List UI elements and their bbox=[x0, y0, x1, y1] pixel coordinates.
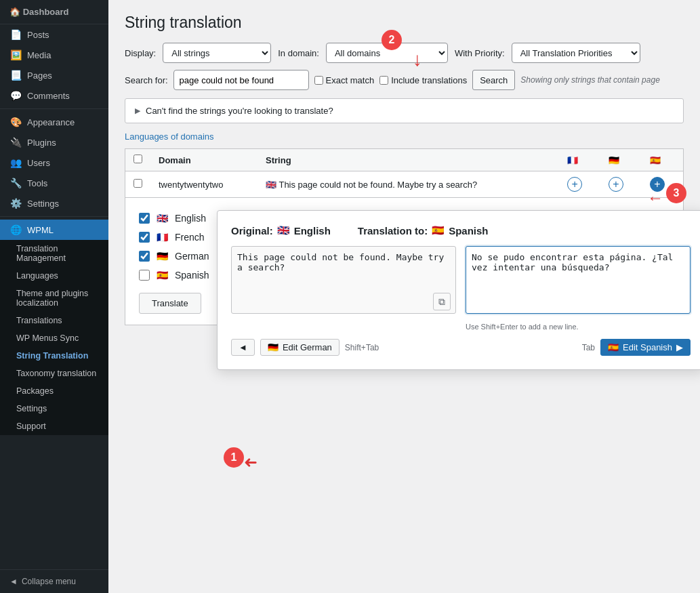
collapse-menu-button[interactable]: ◄ Collapse menu bbox=[0, 569, 108, 593]
copy-button[interactable]: ⧉ bbox=[433, 293, 451, 310]
lang-checkbox-french[interactable] bbox=[139, 232, 150, 243]
annotation-circle-2: 2 bbox=[382, 30, 402, 50]
sidebar-item-support[interactable]: Support bbox=[0, 417, 108, 435]
string-flag: 🇬🇧 bbox=[266, 180, 276, 190]
languages-of-domains-link[interactable]: Languages of domains bbox=[125, 131, 214, 142]
annotation-circle-1: 1 bbox=[224, 447, 244, 468]
annotation-arrow-2: ↓ bbox=[413, 49, 422, 70]
showing-text: Showing only strings that contain page bbox=[520, 75, 659, 85]
sidebar-item-tools[interactable]: 🔧 Tools bbox=[0, 173, 108, 193]
search-label: Search for: bbox=[125, 75, 168, 85]
translation-lang-flag: 🇪🇸 bbox=[432, 224, 445, 237]
accordion-bar[interactable]: ▶ Can't find the strings you're looking … bbox=[125, 98, 684, 123]
priority-select[interactable]: All Translation Priorities bbox=[512, 43, 640, 63]
popup-nav-left: ◄ 🇩🇪 Edit German Shift+Tab bbox=[231, 339, 379, 356]
sidebar-item-wpml[interactable]: 🌐 WPML bbox=[0, 220, 108, 240]
spanish-flag-btn: 🇪🇸 bbox=[608, 342, 619, 352]
popup-nav: ◄ 🇩🇪 Edit German Shift+Tab Tab 🇪🇸 Edit S… bbox=[231, 339, 691, 356]
edit-spanish-button[interactable]: 🇪🇸 Edit Spanish ▶ bbox=[600, 339, 691, 356]
include-translations-checkbox[interactable] bbox=[379, 76, 388, 85]
left-shortcut: Shift+Tab bbox=[345, 343, 379, 352]
search-button[interactable]: Search bbox=[472, 70, 515, 90]
sidebar-item-posts[interactable]: 📄 Posts bbox=[0, 24, 108, 45]
shift-hint: Use Shift+Enter to add a new line. bbox=[466, 323, 691, 331]
sidebar-item-users[interactable]: 👥 Users bbox=[0, 152, 108, 173]
indomain-label: In domain: bbox=[278, 48, 319, 58]
chevron-right-icon: ▶ bbox=[135, 106, 140, 115]
wpml-icon: 🌐 bbox=[9, 224, 22, 235]
translation-textarea[interactable] bbox=[466, 246, 691, 314]
annotation-circle-3: 3 bbox=[666, 183, 686, 203]
lang-checkbox-english[interactable] bbox=[139, 213, 150, 224]
original-panel: ⧉ bbox=[231, 246, 456, 316]
sidebar-item-wp-menus-sync[interactable]: WP Menus Sync bbox=[0, 329, 108, 347]
prev-button[interactable]: ◄ bbox=[231, 339, 255, 356]
select-all-checkbox[interactable] bbox=[133, 155, 142, 163]
right-shortcut: Tab bbox=[582, 343, 595, 352]
popup-header: Original: 🇬🇧 English Translation to: 🇪🇸 … bbox=[231, 224, 691, 237]
lang-label-spanish: Spanish bbox=[175, 270, 209, 281]
display-label: Display: bbox=[125, 48, 156, 58]
translation-header: Translation to: 🇪🇸 Spanish bbox=[358, 224, 489, 237]
annotation-arrow-3: ← bbox=[647, 188, 663, 207]
posts-icon: 📄 bbox=[9, 29, 22, 40]
sidebar-item-taxonomy-translation[interactable]: Taxonomy translation bbox=[0, 365, 108, 382]
media-icon: 🖼️ bbox=[9, 49, 22, 60]
popup-panels: ⧉ bbox=[231, 246, 691, 316]
divider-1 bbox=[0, 108, 108, 109]
original-lang: English bbox=[294, 225, 331, 237]
row-fr-action: + bbox=[559, 171, 600, 198]
original-header: Original: 🇬🇧 English bbox=[231, 224, 331, 237]
sidebar-item-appearance[interactable]: 🎨 Appearance bbox=[0, 112, 108, 132]
search-bar: Search for: Exact match Include translat… bbox=[125, 70, 684, 90]
row-de-action: + bbox=[600, 171, 642, 198]
edit-german-button[interactable]: 🇩🇪 Edit German bbox=[260, 339, 339, 356]
lang-checkbox-german[interactable] bbox=[139, 251, 150, 262]
original-textarea[interactable] bbox=[231, 246, 456, 314]
translate-button[interactable]: Translate bbox=[139, 293, 201, 314]
wpml-submenu: Translation Management Languages Theme a… bbox=[0, 240, 108, 435]
strings-table: Domain String 🇫🇷 🇩🇪 🇪🇸 twentytwentytwo 🇬… bbox=[125, 148, 684, 198]
add-de-button[interactable]: + bbox=[609, 177, 623, 192]
fr-flag: 🇫🇷 bbox=[567, 155, 578, 165]
de-flag: 🇩🇪 bbox=[609, 155, 619, 165]
row-checkbox[interactable] bbox=[133, 179, 142, 188]
lang-checkbox-spanish[interactable] bbox=[139, 270, 150, 281]
sidebar-item-settings[interactable]: ⚙️ Settings bbox=[0, 193, 108, 213]
sidebar-item-media[interactable]: 🖼️ Media bbox=[0, 45, 108, 65]
sidebar-item-pages[interactable]: 📃 Pages bbox=[0, 65, 108, 85]
lang-flag-german: 🇩🇪 bbox=[157, 251, 168, 262]
accordion-text: Can't find the strings you're looking to… bbox=[146, 106, 333, 116]
original-lang-flag: 🇬🇧 bbox=[277, 224, 290, 237]
include-translations-label[interactable]: Include translations bbox=[379, 75, 467, 85]
add-fr-button[interactable]: + bbox=[567, 177, 582, 192]
row-domain: twentytwentytwo bbox=[150, 171, 258, 198]
exact-match-checkbox[interactable] bbox=[314, 76, 323, 85]
german-flag-btn: 🇩🇪 bbox=[268, 342, 279, 352]
translation-popup: Original: 🇬🇧 English Translation to: 🇪🇸 … bbox=[217, 210, 700, 370]
sidebar-item-plugins[interactable]: 🔌 Plugins bbox=[0, 132, 108, 152]
tools-icon: 🔧 bbox=[9, 178, 22, 188]
sidebar-item-packages[interactable]: Packages bbox=[0, 382, 108, 400]
table-row: twentytwentytwo 🇬🇧 This page could not b… bbox=[125, 171, 684, 198]
row-string: 🇬🇧 This page could not be found. Maybe t… bbox=[258, 171, 559, 198]
exact-match-label[interactable]: Exact match bbox=[314, 75, 375, 85]
priority-label: With Priority: bbox=[455, 48, 505, 58]
sidebar-item-theme-plugins[interactable]: Theme and plugins localization bbox=[0, 285, 108, 312]
sidebar-item-translation-management[interactable]: Translation Management bbox=[0, 240, 108, 267]
dashboard-item[interactable]: 🏠 Dashboard bbox=[0, 0, 108, 24]
lang-label-french: French bbox=[175, 232, 205, 243]
sidebar-item-string-translation[interactable]: String Translation bbox=[0, 347, 108, 365]
lang-label-german: German bbox=[175, 251, 209, 262]
right-caret-icon: ▶ bbox=[676, 342, 683, 352]
sidebar-item-translations[interactable]: Translations bbox=[0, 312, 108, 329]
search-input[interactable] bbox=[173, 70, 309, 90]
display-select[interactable]: All strings bbox=[163, 43, 271, 63]
col-es-flag: 🇪🇸 bbox=[642, 149, 684, 171]
sidebar-item-languages[interactable]: Languages bbox=[0, 267, 108, 285]
sidebar-item-settings-wpml[interactable]: Settings bbox=[0, 400, 108, 417]
col-string: String bbox=[258, 149, 559, 171]
col-checkbox bbox=[125, 149, 151, 171]
dashboard-icon: 🏠 bbox=[9, 7, 20, 17]
sidebar-item-comments[interactable]: 💬 Comments bbox=[0, 85, 108, 106]
